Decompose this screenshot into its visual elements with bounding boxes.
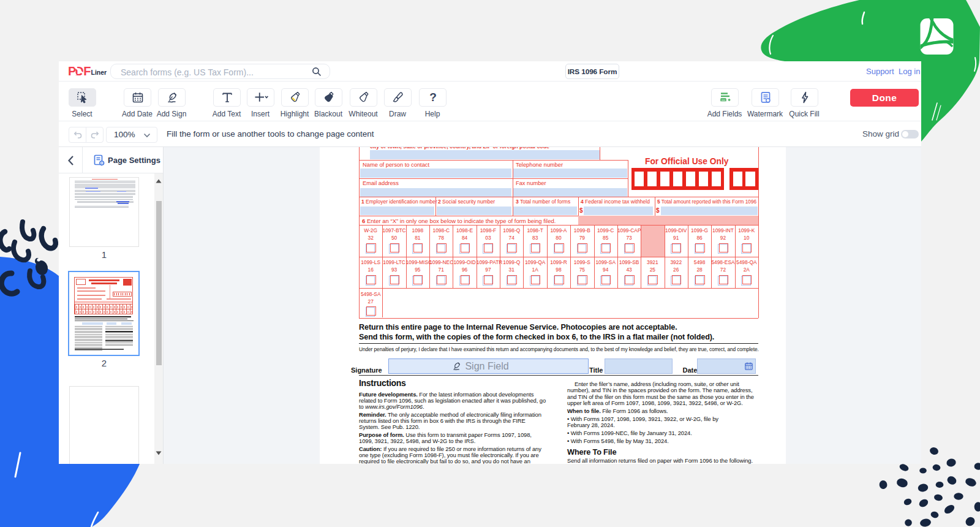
svg-text:Liner: Liner xyxy=(91,69,107,76)
svg-text:?: ? xyxy=(429,91,437,104)
svg-text:F: F xyxy=(83,64,91,78)
